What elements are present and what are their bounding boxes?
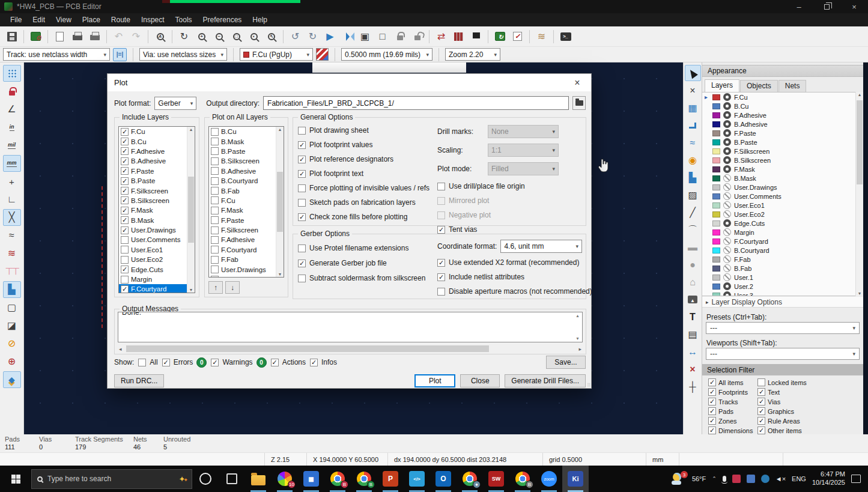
- restore-button[interactable]: [813, 0, 840, 13]
- layer-row[interactable]: ✓F.Silkscreen: [119, 186, 195, 195]
- scroll-up-icon[interactable]: ▴: [858, 92, 861, 97]
- checkbox[interactable]: ✓: [757, 388, 765, 396]
- set-grid-origin-icon[interactable]: ┼: [685, 378, 701, 395]
- menu-route[interactable]: Route: [106, 14, 136, 26]
- draw-circle-icon[interactable]: ●: [685, 257, 701, 273]
- general-option[interactable]: Force plotting of invisible values / ref…: [298, 184, 429, 192]
- taskbar-kicad[interactable]: Ki: [562, 466, 589, 492]
- grid-override-lock-icon[interactable]: [3, 83, 21, 100]
- mirror-icon[interactable]: [339, 28, 356, 44]
- taskbar-file-explorer[interactable]: [245, 466, 272, 492]
- checkbox[interactable]: ✓: [708, 407, 716, 415]
- layer-row[interactable]: User.Eco2: [702, 210, 863, 219]
- appearance-manager-icon[interactable]: ◆: [3, 371, 21, 388]
- design-rules-check-icon[interactable]: ✓: [509, 28, 526, 44]
- layer-row[interactable]: B.Adhesive: [209, 166, 284, 176]
- layer-row[interactable]: Edge.Cuts: [702, 219, 863, 228]
- print-icon[interactable]: [69, 28, 85, 44]
- minimize-button[interactable]: –: [785, 0, 813, 13]
- layer-row[interactable]: B.Paste: [209, 147, 284, 156]
- list-scrollbar[interactable]: ▴▾: [187, 127, 195, 293]
- add-textbox-icon[interactable]: ▤: [685, 326, 701, 342]
- scroll-down-icon[interactable]: ▾: [279, 272, 281, 277]
- checkbox[interactable]: ✓: [121, 285, 129, 293]
- layer-row[interactable]: User.Eco2: [119, 255, 195, 264]
- layer-row[interactable]: F.Fab: [209, 255, 284, 264]
- exchange-footprints-icon[interactable]: ⇄: [433, 28, 449, 44]
- layer-color-swatch[interactable]: [712, 130, 720, 136]
- checkbox[interactable]: [211, 216, 219, 224]
- layer-color-swatch[interactable]: [712, 148, 720, 154]
- temperature[interactable]: 56°F: [692, 475, 706, 482]
- selection-filter-item[interactable]: ✓Pads: [708, 407, 757, 415]
- hidden-icons-chevron[interactable]: ⌃: [712, 476, 717, 482]
- layer-row[interactable]: B.Courtyard: [209, 176, 284, 186]
- layer-color-swatch[interactable]: [712, 284, 720, 290]
- selection-filter-item[interactable]: ✓Footprints: [708, 388, 757, 396]
- menu-file[interactable]: File: [5, 14, 27, 26]
- layer-row[interactable]: User.Comments: [209, 275, 284, 278]
- layer-row[interactable]: ✓B.Cu: [119, 136, 195, 146]
- update-pcb-from-schematic-icon[interactable]: [492, 28, 508, 44]
- via-size-combo[interactable]: Via: use netclass sizes▾: [139, 48, 227, 61]
- show-filter[interactable]: ✓Infos: [310, 358, 337, 366]
- layer-row[interactable]: User.Comments: [702, 192, 863, 201]
- checkbox[interactable]: [437, 288, 445, 296]
- layer-row[interactable]: User.Drawings: [702, 183, 863, 192]
- checkbox[interactable]: ✓: [298, 156, 306, 163]
- taskbar-chrome-profile-green[interactable]: B: [351, 466, 377, 492]
- menu-place[interactable]: Place: [77, 14, 106, 26]
- layer-row[interactable]: ✓F.Adhesive: [119, 147, 195, 156]
- layer-color-swatch[interactable]: [712, 238, 720, 244]
- general-option[interactable]: ✓Check zone fills before plotting: [298, 213, 429, 221]
- zoom-to-selection-icon[interactable]: [263, 28, 279, 44]
- zoom-combo[interactable]: Zoom 2.20▾: [445, 48, 500, 61]
- layer-color-swatch[interactable]: [712, 139, 720, 145]
- show-filter[interactable]: ✓Errors0: [162, 357, 207, 368]
- tab-objects[interactable]: Objects: [740, 80, 778, 92]
- checkbox[interactable]: [211, 266, 219, 273]
- draw-line-icon[interactable]: ╱: [685, 204, 701, 220]
- layer-color-swatch[interactable]: [712, 248, 720, 254]
- checkbox[interactable]: ✓: [121, 196, 129, 204]
- checkbox[interactable]: [121, 256, 129, 264]
- checkbox[interactable]: ✓: [298, 260, 306, 267]
- flip-board-view-icon[interactable]: ▶: [322, 28, 338, 44]
- draw-polygon-icon[interactable]: ⌂: [685, 274, 701, 290]
- checkbox[interactable]: [211, 196, 219, 204]
- menu-view[interactable]: View: [50, 14, 77, 26]
- taskbar-outlook[interactable]: O: [430, 466, 457, 492]
- visibility-eye-icon[interactable]: [723, 147, 731, 155]
- layer-row[interactable]: User.1: [702, 273, 863, 282]
- zone-fill-mode-icon[interactable]: ▙: [3, 281, 21, 298]
- layer-color-swatch[interactable]: [712, 166, 720, 172]
- gerber-option[interactable]: ✓Generate Gerber job file: [298, 259, 425, 267]
- checkbox[interactable]: [211, 157, 219, 165]
- unlock-icon[interactable]: [409, 28, 425, 44]
- menu-help[interactable]: Help: [247, 14, 273, 26]
- add-rule-area-icon[interactable]: ▨: [685, 187, 701, 203]
- visibility-eye-off-icon[interactable]: [723, 174, 731, 182]
- layer-color-swatch[interactable]: [712, 193, 720, 199]
- general-option[interactable]: ✓Plot reference designators: [298, 155, 429, 163]
- curved-ratsnest-icon[interactable]: ≈: [3, 227, 21, 244]
- search-icon[interactable]: [152, 28, 168, 44]
- checkbox[interactable]: [211, 246, 219, 254]
- layer-row[interactable]: Margin: [702, 228, 863, 237]
- library-browser-icon[interactable]: [451, 28, 467, 44]
- layer-color-swatch[interactable]: [712, 175, 720, 181]
- visibility-eye-off-icon[interactable]: [723, 246, 731, 254]
- checkbox[interactable]: ✓: [121, 266, 129, 273]
- delete-items-icon[interactable]: ×: [685, 361, 701, 377]
- move-up-button[interactable]: ↑: [208, 281, 223, 294]
- plot-button[interactable]: Plot: [414, 374, 455, 387]
- taskbar-cortana[interactable]: [192, 466, 219, 492]
- checkbox[interactable]: ✓: [757, 417, 765, 425]
- visibility-eye-off-icon[interactable]: [723, 183, 731, 191]
- active-layer-combo[interactable]: F.Cu (PgUp)▾: [240, 48, 313, 61]
- checkbox[interactable]: [121, 236, 129, 244]
- action-center-icon[interactable]: [851, 475, 861, 483]
- general-option[interactable]: ✓Plot footprint text: [298, 169, 429, 178]
- checkbox[interactable]: [121, 276, 129, 284]
- zone-fade-mode-icon[interactable]: ◪: [3, 317, 21, 334]
